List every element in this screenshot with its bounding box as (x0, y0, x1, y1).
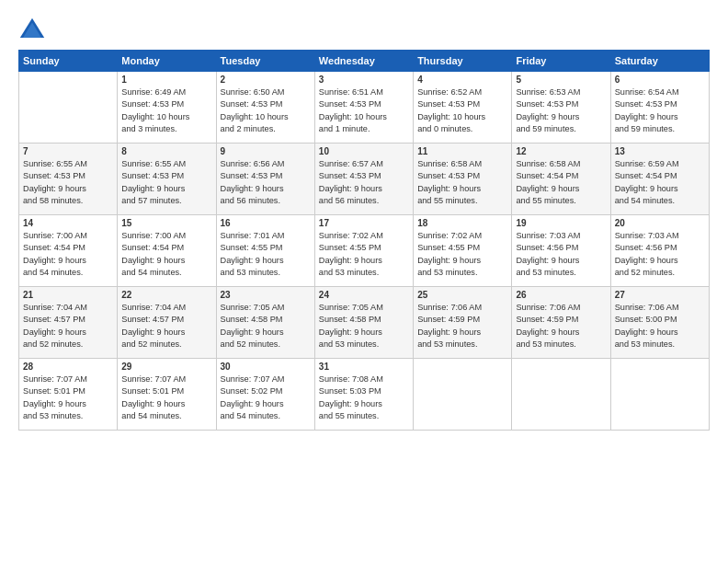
calendar-cell: 28Sunrise: 7:07 AM Sunset: 5:01 PM Dayli… (19, 359, 118, 431)
day-info: Sunrise: 7:03 AM Sunset: 4:56 PM Dayligh… (615, 230, 705, 279)
day-number: 22 (121, 290, 211, 300)
weekday-header: Friday (512, 51, 610, 72)
day-number: 18 (417, 218, 507, 228)
day-info: Sunrise: 6:53 AM Sunset: 4:53 PM Dayligh… (516, 86, 606, 135)
calendar-cell: 8Sunrise: 6:55 AM Sunset: 4:53 PM Daylig… (118, 144, 216, 215)
calendar-row: 28Sunrise: 7:07 AM Sunset: 5:01 PM Dayli… (19, 359, 710, 431)
day-info: Sunrise: 7:06 AM Sunset: 5:00 PM Dayligh… (615, 302, 705, 350)
day-number: 24 (319, 290, 409, 300)
day-info: Sunrise: 6:55 AM Sunset: 4:53 PM Dayligh… (121, 158, 211, 207)
day-number: 7 (23, 146, 113, 156)
day-info: Sunrise: 6:50 AM Sunset: 4:53 PM Dayligh… (221, 86, 311, 135)
calendar-cell: 26Sunrise: 7:06 AM Sunset: 4:59 PM Dayli… (512, 287, 610, 359)
calendar-cell: 20Sunrise: 7:03 AM Sunset: 4:56 PM Dayli… (610, 215, 709, 287)
weekday-header: Thursday (414, 51, 512, 72)
day-info: Sunrise: 7:08 AM Sunset: 5:03 PM Dayligh… (319, 373, 409, 422)
day-info: Sunrise: 7:04 AM Sunset: 4:57 PM Dayligh… (121, 302, 211, 350)
calendar-row: 14Sunrise: 7:00 AM Sunset: 4:54 PM Dayli… (19, 215, 710, 287)
calendar-cell: 13Sunrise: 6:59 AM Sunset: 4:54 PM Dayli… (610, 144, 709, 215)
weekday-header: Sunday (19, 51, 118, 72)
calendar-cell: 5Sunrise: 6:53 AM Sunset: 4:53 PM Daylig… (512, 72, 610, 144)
calendar-row: 1Sunrise: 6:49 AM Sunset: 4:53 PM Daylig… (19, 72, 710, 144)
logo (18, 17, 50, 42)
day-info: Sunrise: 6:59 AM Sunset: 4:54 PM Dayligh… (615, 158, 705, 207)
calendar-cell: 9Sunrise: 6:56 AM Sunset: 4:53 PM Daylig… (216, 144, 314, 215)
day-info: Sunrise: 6:54 AM Sunset: 4:53 PM Dayligh… (615, 86, 705, 135)
day-info: Sunrise: 6:56 AM Sunset: 4:53 PM Dayligh… (221, 158, 311, 207)
calendar-cell: 17Sunrise: 7:02 AM Sunset: 4:55 PM Dayli… (314, 215, 413, 287)
weekday-header: Tuesday (216, 51, 314, 72)
calendar-cell: 14Sunrise: 7:00 AM Sunset: 4:54 PM Dayli… (19, 215, 118, 287)
day-info: Sunrise: 6:58 AM Sunset: 4:53 PM Dayligh… (417, 158, 507, 207)
day-info: Sunrise: 6:51 AM Sunset: 4:53 PM Dayligh… (319, 86, 409, 135)
day-info: Sunrise: 7:00 AM Sunset: 4:54 PM Dayligh… (23, 230, 113, 279)
day-number: 8 (121, 146, 211, 156)
day-number: 1 (121, 75, 211, 85)
calendar-row: 21Sunrise: 7:04 AM Sunset: 4:57 PM Dayli… (19, 287, 710, 359)
day-number: 17 (319, 218, 409, 228)
calendar-cell: 10Sunrise: 6:57 AM Sunset: 4:53 PM Dayli… (314, 144, 413, 215)
calendar-cell: 29Sunrise: 7:07 AM Sunset: 5:01 PM Dayli… (118, 359, 216, 431)
day-number: 21 (23, 290, 113, 300)
calendar-cell: 12Sunrise: 6:58 AM Sunset: 4:54 PM Dayli… (512, 144, 610, 215)
calendar-cell: 30Sunrise: 7:07 AM Sunset: 5:02 PM Dayli… (216, 359, 314, 431)
day-info: Sunrise: 6:49 AM Sunset: 4:53 PM Dayligh… (121, 86, 211, 135)
day-info: Sunrise: 7:04 AM Sunset: 4:57 PM Dayligh… (23, 302, 113, 350)
day-number: 2 (221, 75, 311, 85)
day-number: 26 (516, 290, 606, 300)
calendar-cell: 1Sunrise: 6:49 AM Sunset: 4:53 PM Daylig… (118, 72, 216, 144)
day-number: 27 (615, 290, 705, 300)
day-number: 15 (121, 218, 211, 228)
day-number: 20 (615, 218, 705, 228)
calendar-cell: 25Sunrise: 7:06 AM Sunset: 4:59 PM Dayli… (414, 287, 512, 359)
day-info: Sunrise: 7:07 AM Sunset: 5:02 PM Dayligh… (221, 373, 311, 422)
calendar-cell: 18Sunrise: 7:02 AM Sunset: 4:55 PM Dayli… (414, 215, 512, 287)
weekday-header: Monday (118, 51, 216, 72)
day-number: 4 (417, 75, 507, 85)
day-number: 19 (516, 218, 606, 228)
day-number: 5 (516, 75, 606, 85)
calendar-cell: 24Sunrise: 7:05 AM Sunset: 4:58 PM Dayli… (314, 287, 413, 359)
day-info: Sunrise: 6:57 AM Sunset: 4:53 PM Dayligh… (319, 158, 409, 207)
calendar-cell: 22Sunrise: 7:04 AM Sunset: 4:57 PM Dayli… (118, 287, 216, 359)
day-number: 30 (221, 362, 311, 372)
day-info: Sunrise: 6:55 AM Sunset: 4:53 PM Dayligh… (23, 158, 113, 207)
day-number: 16 (221, 218, 311, 228)
calendar-cell (610, 359, 709, 431)
day-number: 13 (615, 146, 705, 156)
day-number: 6 (615, 75, 705, 85)
day-number: 25 (417, 290, 507, 300)
calendar-cell: 7Sunrise: 6:55 AM Sunset: 4:53 PM Daylig… (19, 144, 118, 215)
day-number: 31 (319, 362, 409, 372)
logo-icon (18, 17, 46, 42)
weekday-header: Saturday (610, 51, 709, 72)
calendar-table: SundayMondayTuesdayWednesdayThursdayFrid… (18, 50, 710, 431)
day-info: Sunrise: 7:07 AM Sunset: 5:01 PM Dayligh… (23, 373, 113, 422)
day-info: Sunrise: 7:03 AM Sunset: 4:56 PM Dayligh… (516, 230, 606, 279)
calendar-cell: 21Sunrise: 7:04 AM Sunset: 4:57 PM Dayli… (19, 287, 118, 359)
calendar-cell (512, 359, 610, 431)
day-number: 3 (319, 75, 409, 85)
day-number: 11 (417, 146, 507, 156)
day-info: Sunrise: 7:01 AM Sunset: 4:55 PM Dayligh… (221, 230, 311, 279)
calendar-cell: 27Sunrise: 7:06 AM Sunset: 5:00 PM Dayli… (610, 287, 709, 359)
page: SundayMondayTuesdayWednesdayThursdayFrid… (0, 0, 728, 563)
header (18, 17, 710, 42)
day-info: Sunrise: 7:07 AM Sunset: 5:01 PM Dayligh… (121, 373, 211, 422)
day-number: 14 (23, 218, 113, 228)
calendar-cell: 4Sunrise: 6:52 AM Sunset: 4:53 PM Daylig… (414, 72, 512, 144)
calendar-cell (19, 72, 118, 144)
day-info: Sunrise: 7:05 AM Sunset: 4:58 PM Dayligh… (319, 302, 409, 350)
day-info: Sunrise: 7:06 AM Sunset: 4:59 PM Dayligh… (516, 302, 606, 350)
calendar-cell: 15Sunrise: 7:00 AM Sunset: 4:54 PM Dayli… (118, 215, 216, 287)
header-row: SundayMondayTuesdayWednesdayThursdayFrid… (19, 51, 710, 72)
day-info: Sunrise: 7:00 AM Sunset: 4:54 PM Dayligh… (121, 230, 211, 279)
calendar-cell: 16Sunrise: 7:01 AM Sunset: 4:55 PM Dayli… (216, 215, 314, 287)
calendar-cell: 11Sunrise: 6:58 AM Sunset: 4:53 PM Dayli… (414, 144, 512, 215)
calendar-cell: 31Sunrise: 7:08 AM Sunset: 5:03 PM Dayli… (314, 359, 413, 431)
day-info: Sunrise: 7:02 AM Sunset: 4:55 PM Dayligh… (319, 230, 409, 279)
calendar-cell (414, 359, 512, 431)
calendar-cell: 2Sunrise: 6:50 AM Sunset: 4:53 PM Daylig… (216, 72, 314, 144)
calendar-row: 7Sunrise: 6:55 AM Sunset: 4:53 PM Daylig… (19, 144, 710, 215)
day-number: 10 (319, 146, 409, 156)
